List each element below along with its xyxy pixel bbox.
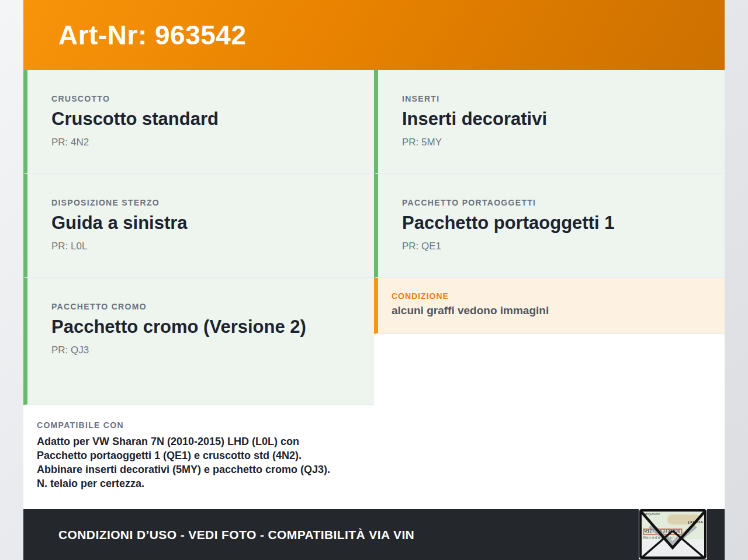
- card-pr-code: PR: QJ3: [51, 345, 351, 356]
- card-pr-code: PR: L0L: [51, 241, 351, 252]
- empty-area: [374, 334, 725, 509]
- article-number-title: Art-Nr: 963542: [58, 19, 246, 51]
- compatibility-text: Adatto per VW Sharan 7N (2010-2015) LHD …: [37, 434, 341, 491]
- card-condition: CONDIZIONE alcuni graffi vedono immagini: [374, 278, 725, 334]
- card-pr-code: PR: 5MY: [402, 137, 701, 148]
- card-label: PACCHETTO CROMO: [51, 302, 351, 311]
- envelope-icon: [639, 509, 707, 559]
- footer-bar: CONDIZIONI D’USO - VEDI FOTO - COMPATIBI…: [23, 509, 725, 560]
- header-banner: Art-Nr: 963542: [23, 0, 725, 70]
- card-label: COMPATIBILE CON: [37, 420, 360, 430]
- condition-text: alcuni graffi vedono immagini: [392, 304, 711, 317]
- card-title: Pacchetto portaoggetti 1: [402, 211, 701, 235]
- card-compatibility: COMPATIBILE CON Adatto per VW Sharan 7N …: [23, 405, 374, 509]
- vin-document-stamp: Fahrgestellnr. [4] AiA W1Z71463J31298 7 …: [639, 509, 707, 559]
- card-inserti: INSERTI Inserti decorativi PR: 5MY: [374, 70, 725, 174]
- left-column: CRUSCOTTO Cruscotto standard PR: 4N2 DIS…: [23, 70, 374, 509]
- spec-grid: CRUSCOTTO Cruscotto standard PR: 4N2 DIS…: [23, 70, 725, 509]
- condition-label: CONDIZIONE: [392, 291, 711, 301]
- listing-page: Art-Nr: 963542 CRUSCOTTO Cruscotto stand…: [0, 0, 748, 560]
- card-pacchetto-portaoggetti: PACCHETTO PORTAOGGETTI Pacchetto portaog…: [374, 174, 725, 278]
- right-column: INSERTI Inserti decorativi PR: 5MY PACCH…: [374, 70, 725, 509]
- card-pr-code: PR: QE1: [402, 241, 701, 252]
- card-title: Guida a sinistra: [51, 211, 351, 235]
- card-title: Inserti decorativi: [402, 107, 701, 131]
- card-pr-code: PR: 4N2: [51, 137, 351, 148]
- card-title: Cruscotto standard: [51, 107, 351, 131]
- card-disposizione-sterzo: DISPOSIZIONE STERZO Guida a sinistra PR:…: [23, 174, 374, 278]
- card-label: DISPOSIZIONE STERZO: [51, 198, 351, 207]
- content-container: Art-Nr: 963542 CRUSCOTTO Cruscotto stand…: [23, 0, 725, 560]
- card-cruscotto: CRUSCOTTO Cruscotto standard PR: 4N2: [23, 70, 374, 174]
- card-label: INSERTI: [402, 94, 701, 103]
- footer-notice-text: CONDIZIONI D’USO - VEDI FOTO - COMPATIBI…: [58, 528, 414, 542]
- card-label: CRUSCOTTO: [51, 94, 351, 103]
- card-label: PACCHETTO PORTAOGGETTI: [402, 198, 701, 207]
- card-title: Pacchetto cromo (Versione 2): [51, 315, 351, 339]
- card-pacchetto-cromo: PACCHETTO CROMO Pacchetto cromo (Version…: [23, 278, 374, 405]
